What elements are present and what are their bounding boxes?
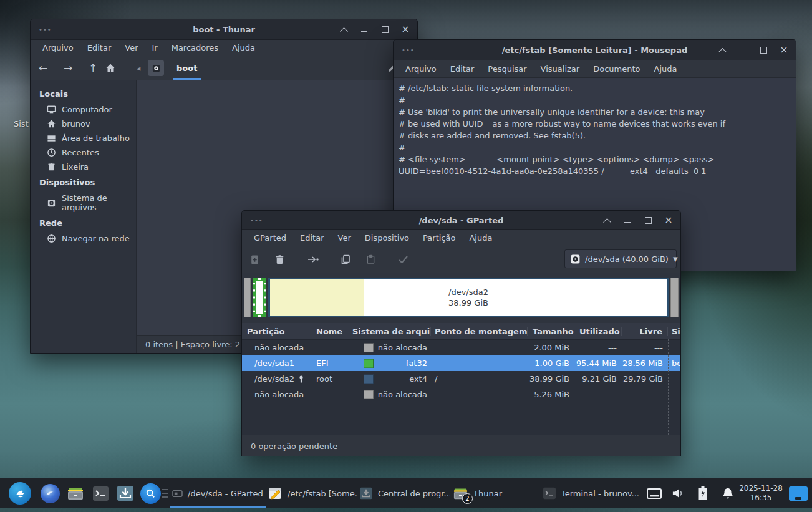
table-row-selected[interactable]: /dev/sda1 EFI fat32 1.00 GiB 95.44 MiB 9… (242, 355, 680, 371)
rollup-button[interactable] (718, 46, 727, 54)
copy-icon[interactable] (333, 254, 358, 264)
minimize-button[interactable] (623, 216, 632, 225)
sidebar-item-computador[interactable]: Computador (31, 102, 136, 117)
menu-particao[interactable]: Partição (416, 230, 462, 246)
maximize-button[interactable] (759, 46, 768, 54)
visual-sda1[interactable] (253, 278, 266, 317)
desktop-icon (47, 133, 56, 143)
menu-ir[interactable]: Ir (145, 40, 165, 56)
volume-tray-icon[interactable] (669, 478, 687, 508)
visual-unallocated-1[interactable] (244, 278, 251, 317)
header-particao[interactable]: Partição (242, 327, 311, 336)
close-button[interactable]: × (401, 25, 410, 34)
sidebar-item-home[interactable]: brunov (31, 117, 136, 131)
fs-color-swatch (364, 374, 374, 384)
menu-ver[interactable]: Ver (331, 230, 358, 246)
paste-icon[interactable] (358, 254, 383, 264)
header-nome[interactable]: Nome (311, 327, 347, 336)
menu-editar[interactable]: Editar (443, 61, 481, 77)
menu-editar[interactable]: Editar (80, 40, 118, 56)
minimize-button[interactable] (360, 25, 369, 34)
menu-marcadores[interactable]: Marcadores (165, 40, 225, 56)
search-launcher[interactable] (138, 478, 162, 508)
header-livre[interactable]: Livre (622, 327, 668, 336)
device-selector[interactable]: /dev/sda (40.00 GiB) ▼ (564, 249, 677, 268)
sidebar-item-desktop[interactable]: Área de trabalho (31, 131, 136, 145)
sda2-size-label: 38.99 GiB (448, 297, 488, 308)
task-button-thunar[interactable]: 2 Thunar (450, 478, 515, 508)
text-line: # /etc/fstab: static file system informa… (399, 82, 796, 94)
applications-menu-button[interactable] (7, 478, 32, 508)
new-partition-icon[interactable] (242, 254, 267, 265)
sidebar-item-sistema-de-arquivos[interactable]: Sistema de arquivos (31, 191, 136, 215)
header-sinalizadores[interactable]: Si (668, 327, 680, 336)
maximize-button[interactable] (380, 25, 389, 34)
task-button-software-center[interactable]: Central de progr... (357, 478, 450, 508)
path-scroll-left-icon[interactable]: ◂ (130, 64, 147, 73)
visual-sda2[interactable]: /dev/sda2 38.99 GiB (268, 278, 669, 317)
menu-gparted[interactable]: GParted (247, 230, 293, 246)
resize-move-icon[interactable] (301, 254, 326, 264)
header-ponto-de-montagem[interactable]: Ponto de montagem (431, 327, 528, 336)
computer-icon (47, 105, 56, 114)
maximize-button[interactable] (644, 216, 652, 225)
delete-partition-icon[interactable] (267, 254, 292, 265)
menu-editar[interactable]: Editar (293, 230, 331, 246)
sidebar-item-lixeira[interactable]: Lixeira (31, 160, 136, 174)
menu-ajuda[interactable]: Ajuda (647, 61, 684, 77)
tasklist-grip[interactable] (161, 478, 168, 508)
path-drive-button[interactable] (148, 60, 164, 76)
task-button-terminal[interactable]: Terminal - brunov... (540, 478, 642, 508)
menu-visualizar[interactable]: Visualizar (534, 61, 587, 77)
window-menu-icon[interactable]: ••• (39, 26, 52, 33)
taskbar-panel: /dev/sda - GParted /etc/fstab [Some... C… (0, 478, 812, 508)
menu-pesquisar[interactable]: Pesquisar (481, 61, 533, 77)
gparted-titlebar[interactable]: ••• /dev/sda - GParted × (242, 211, 680, 230)
terminal-launcher[interactable] (90, 478, 111, 508)
table-row[interactable]: /dev/sda2 root ext4 / 38.99 GiB 9.21 GiB… (242, 371, 680, 387)
header-sistema-de-arquivos[interactable]: Sistema de arquivos (347, 327, 431, 336)
thunar-titlebar[interactable]: ••• boot - Thunar × (31, 19, 417, 40)
desktop-icon-label[interactable]: Sist (14, 119, 29, 128)
window-menu-icon[interactable]: ••• (250, 217, 263, 224)
menu-ajuda[interactable]: Ajuda (462, 230, 499, 246)
rollup-button[interactable] (602, 216, 611, 225)
apply-icon[interactable] (390, 255, 415, 264)
notifications-bell-icon[interactable] (718, 478, 737, 508)
browser-launcher[interactable] (39, 478, 61, 508)
header-utilizado[interactable]: Utilizado (574, 327, 622, 336)
menu-arquivo[interactable]: Arquivo (36, 40, 80, 56)
back-icon[interactable]: ← (31, 62, 56, 74)
rollup-button[interactable] (339, 25, 348, 34)
install-icon (117, 485, 134, 501)
menu-ver[interactable]: Ver (118, 40, 145, 56)
sidebar-item-navegar-na-rede[interactable]: Navegar na rede (31, 231, 136, 246)
battery-tray-icon[interactable] (694, 478, 712, 508)
mousepad-titlebar[interactable]: ••• /etc/fstab [Somente Leitura] - Mouse… (394, 40, 796, 60)
up-icon[interactable]: ↑ (80, 62, 105, 74)
keyboard-tray-icon[interactable] (645, 478, 664, 508)
table-row[interactable]: não alocada não alocada 2.00 MiB --- --- (242, 340, 680, 355)
menu-documento[interactable]: Documento (586, 61, 647, 77)
forward-icon[interactable]: → (56, 62, 80, 74)
minimize-button[interactable] (738, 46, 747, 54)
menu-dispositivo[interactable]: Dispositivo (358, 230, 416, 246)
header-tamanho[interactable]: Tamanho (528, 327, 574, 336)
table-row[interactable]: não alocada não alocada 5.26 MiB --- --- (242, 387, 680, 402)
show-desktop-button[interactable] (787, 478, 810, 508)
home-icon[interactable] (105, 63, 130, 73)
file-manager-launcher[interactable] (65, 478, 86, 508)
menu-ajuda[interactable]: Ajuda (225, 40, 262, 56)
gparted-task-icon (172, 489, 183, 498)
window-menu-icon[interactable]: ••• (402, 47, 415, 54)
task-button-gparted[interactable]: /dev/sda - GParted (170, 478, 266, 508)
close-button[interactable]: × (780, 46, 788, 54)
menu-arquivo[interactable]: Arquivo (399, 61, 443, 77)
visual-unallocated-2[interactable] (670, 278, 679, 317)
software-installer-launcher[interactable] (115, 478, 136, 508)
path-location-button[interactable]: boot (169, 56, 205, 80)
clock[interactable]: 2025-11-28 16:35 (738, 478, 783, 508)
sidebar-item-recentes[interactable]: Recentes (31, 145, 136, 160)
close-button[interactable]: × (664, 216, 673, 225)
task-button-mousepad[interactable]: /etc/fstab [Some... (265, 478, 357, 508)
